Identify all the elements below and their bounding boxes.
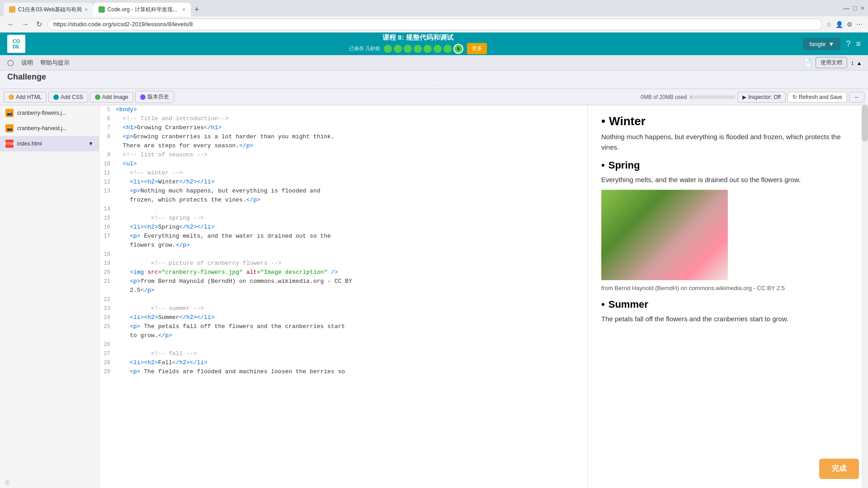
tab2-close[interactable]: ×: [183, 7, 185, 12]
progress-dot-2: [394, 45, 402, 53]
line-content[interactable]: <li><h2>Spring</h2></li>: [116, 223, 214, 232]
tab-2[interactable]: Code.org - 计算机科学发现单元 ×: [93, 3, 191, 16]
refresh-icon: ↻: [793, 94, 797, 100]
line-content[interactable]: flowers grow.</p>: [116, 241, 190, 250]
progress-dot-6: [434, 45, 442, 53]
more-options-icon[interactable]: ⋯: [856, 21, 863, 28]
refresh-save-button[interactable]: ↻ Refresh and Save: [788, 92, 847, 103]
new-tab-button[interactable]: +: [191, 3, 203, 16]
instructions-button[interactable]: 说明: [21, 59, 33, 67]
done-button[interactable]: 完成: [819, 459, 859, 479]
file-item-cranberry-harvest[interactable]: 📷 cranberry-harvest.j...: [0, 121, 99, 136]
file-item-cranberry-flowers[interactable]: 📷 cranberry-flowers.j...: [0, 105, 99, 121]
code-line: to grow.</p>: [99, 331, 587, 340]
add-image-icon: [95, 94, 100, 100]
code-line: 15 <!-- spring -->: [99, 214, 587, 223]
address-text: https://studio.code.org/s/csd2-2019/less…: [53, 21, 193, 28]
menu-button[interactable]: ≡: [856, 39, 861, 49]
instructions-label: 说明: [21, 59, 33, 67]
browser-titlebar: C1任务03-Web基础与布局 × Code.org - 计算机科学发现单元 ×…: [0, 0, 868, 16]
back-sub-button[interactable]: ◯: [7, 59, 14, 66]
line-content[interactable]: <p> The fields are flooded and machines …: [116, 367, 345, 376]
file-dropdown-icon[interactable]: ▼: [88, 141, 94, 147]
line-content[interactable]: <!-- summer -->: [116, 304, 204, 313]
add-css-button[interactable]: Add CSS: [48, 92, 88, 103]
line-content[interactable]: <!-- picture of cranberry flowers -->: [116, 259, 282, 268]
preview-winter-text: Nothing much happens, but everything is …: [601, 132, 854, 152]
minimize-button[interactable]: —: [843, 5, 849, 12]
drag-handle[interactable]: · · ·: [7, 82, 861, 89]
line-content[interactable]: <li><h2>Winter</h2></li>: [116, 178, 214, 187]
img-icon-2: 📷: [5, 124, 14, 132]
refresh-label: Refresh and Save: [799, 94, 842, 100]
address-icons: ☆ 👤 ⚙ ⋯: [826, 21, 863, 28]
progress-dot-8: 8: [453, 44, 463, 54]
line-content[interactable]: <ul>: [116, 160, 137, 169]
line-content[interactable]: 2.5</p>: [116, 286, 155, 295]
sub-header-right: 📄 使用文档 ↕ ▴: [803, 57, 861, 68]
account-icon[interactable]: 👤: [835, 21, 843, 28]
code-line: 5<body>: [99, 105, 587, 114]
progress-dot-3: [404, 45, 412, 53]
back-button[interactable]: ←: [5, 19, 16, 30]
tab1-close[interactable]: ×: [85, 7, 87, 12]
code-logo: CODE: [7, 35, 25, 53]
code-line: 25 <p> The petals fall off the flowers a…: [99, 322, 587, 331]
more-button[interactable]: 更多: [467, 43, 487, 54]
line-content[interactable]: frozen, which protects the vines.</p>: [116, 196, 260, 205]
code-line: 19 <!-- picture of cranberry flowers -->: [99, 259, 587, 268]
use-docs-button[interactable]: 使用文档: [816, 57, 847, 68]
close-button[interactable]: ×: [861, 5, 864, 12]
reload-button[interactable]: ↻: [34, 18, 44, 30]
line-number: 18: [99, 250, 116, 259]
add-image-button[interactable]: Add Image: [90, 92, 133, 103]
collapse-sub-button[interactable]: ▴: [858, 59, 861, 66]
tab-1[interactable]: C1任务03-Web基础与布局 ×: [4, 3, 93, 16]
bookmark-icon[interactable]: ☆: [826, 21, 832, 28]
inspector-label: Inspector: Off: [748, 94, 781, 100]
user-button[interactable]: fangte ▼: [803, 38, 840, 50]
preview-scrollbar-thumb[interactable]: [862, 105, 868, 141]
line-content[interactable]: <body>: [116, 105, 137, 114]
line-content[interactable]: <!-- fall -->: [116, 349, 197, 358]
line-number: 26: [99, 340, 116, 349]
resize-sub-button[interactable]: ↕: [851, 59, 854, 66]
code-line: 21 <p>from Bernd Haynold (BerndH) on com…: [99, 277, 587, 286]
code-editor[interactable]: 5<body>6 <!-- Title and introduction-->7…: [99, 105, 588, 488]
address-bar[interactable]: https://studio.code.org/s/csd2-2019/less…: [47, 19, 822, 30]
line-content[interactable]: <!-- Title and introduction-->: [116, 114, 229, 123]
inspector-button[interactable]: ▶ Inspector: Off: [737, 92, 786, 103]
line-content[interactable]: <p>Nothing much happens, but everything …: [116, 187, 321, 196]
line-content[interactable]: <p> The petals fall off the flowers and …: [116, 322, 345, 331]
line-content[interactable]: <li><h2>Summer</h2></li>: [116, 313, 214, 322]
line-content[interactable]: <!-- spring -->: [116, 214, 204, 223]
file-item-index-html[interactable]: HTML index.html ▼: [0, 136, 99, 151]
add-html-button[interactable]: Add HTML: [4, 92, 47, 103]
line-content[interactable]: <p> Everything melts, and the water is d…: [116, 232, 331, 241]
history-button[interactable]: 版本历史: [135, 91, 174, 103]
maximize-button[interactable]: □: [853, 5, 857, 12]
help-button[interactable]: ?: [846, 39, 850, 49]
fullscreen-button[interactable]: ↔: [849, 92, 864, 103]
line-content[interactable]: <p>Growing cranberries is a lot harder t…: [116, 132, 335, 141]
line-content[interactable]: <!-- winter -->: [116, 169, 183, 178]
preview-summer-text: The petals fall off the flowers and the …: [601, 314, 854, 324]
file-name-1: cranberry-flowers.j...: [17, 110, 66, 116]
code-line: 6 <!-- Title and introduction-->: [99, 114, 587, 123]
extension-icon[interactable]: ⚙: [847, 21, 853, 28]
forward-button[interactable]: →: [20, 19, 31, 30]
help-hints-button[interactable]: 帮助与提示: [40, 59, 70, 67]
line-content[interactable]: <h1>Growing Cranberries</h1>: [116, 123, 222, 132]
code-line: 27 <!-- fall -->: [99, 349, 587, 358]
line-number: 20: [99, 268, 116, 277]
preview-scrollbar[interactable]: [862, 105, 868, 488]
editor-toolbar: Add HTML Add CSS Add Image 版本历史 0MB of 2…: [0, 89, 868, 105]
line-content[interactable]: There are steps for every season.</p>: [116, 141, 253, 150]
line-content[interactable]: <!-- list of seasons -->: [116, 150, 208, 160]
code-line: 11 <!-- winter -->: [99, 169, 587, 178]
line-content[interactable]: <p>from Bernd Haynold (BerndH) on common…: [116, 277, 352, 286]
add-html-label: Add HTML: [16, 94, 42, 100]
line-content[interactable]: to grow.</p>: [116, 331, 172, 340]
line-content[interactable]: <img src="cranberry-flowers.jpg" alt="Im…: [116, 268, 338, 277]
line-content[interactable]: <li><h2>Fall</h2></li>: [116, 358, 208, 367]
